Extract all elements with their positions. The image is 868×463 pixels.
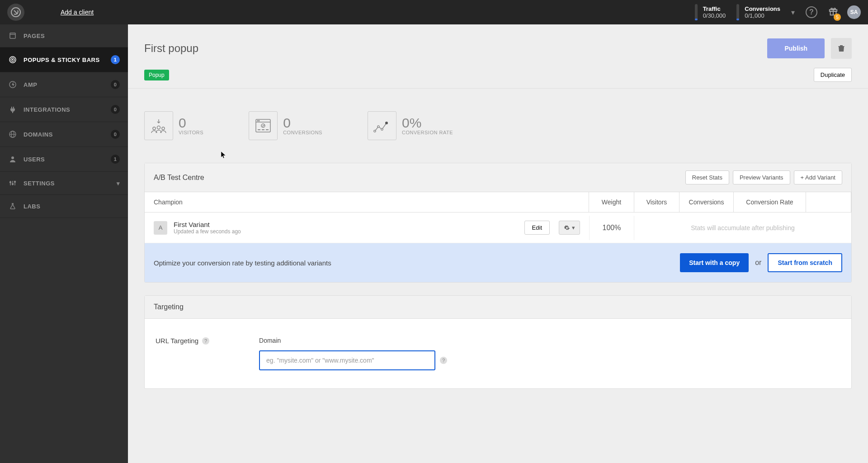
- stat-rate: 0% CONVERSION RATE: [368, 111, 453, 140]
- optimize-text: Optimize your conversion rate by testing…: [154, 259, 680, 267]
- ab-test-panel: A/B Test Centre Reset Stats Preview Vari…: [144, 163, 852, 283]
- publish-button[interactable]: Publish: [767, 38, 825, 58]
- help-icon[interactable]: ?: [440, 357, 447, 364]
- conversions-usage: Conversions 0/1,000: [736, 4, 780, 20]
- svg-point-32: [381, 128, 383, 130]
- gift-badge: 5: [834, 14, 841, 21]
- app-logo[interactable]: [7, 4, 24, 21]
- svg-point-17: [12, 184, 14, 185]
- rate-num: 0%: [402, 116, 453, 130]
- sidebar-badge-domains: 0: [111, 130, 120, 139]
- variant-meta: Updated a few seconds ago: [174, 228, 241, 235]
- traffic-label: Traffic: [703, 5, 726, 12]
- globe-icon: [8, 131, 17, 138]
- sidebar-label-integrations: INTEGRATIONS: [24, 106, 111, 113]
- col-visitors: Visitors: [634, 192, 679, 212]
- svg-point-20: [157, 126, 160, 129]
- bolt-icon: [8, 81, 17, 88]
- sidebar: PAGES POPUPS & STICKY BARS 1 AMP 0 INTEG…: [0, 24, 128, 463]
- variant-letter-badge: A: [154, 221, 167, 235]
- chevron-down-icon: ▾: [117, 180, 120, 187]
- svg-point-24: [257, 120, 258, 121]
- col-rate: Conversion Rate: [734, 192, 806, 212]
- stat-visitors: 0 VISITORS: [144, 111, 203, 140]
- help-icon[interactable]: ?: [202, 337, 209, 345]
- col-weight: Weight: [589, 192, 634, 212]
- plan-dropdown[interactable]: ▾: [791, 8, 795, 17]
- domain-label: Domain: [259, 337, 447, 344]
- targeting-panel: Targeting URL Targeting ? Domain ?: [144, 295, 852, 389]
- conversions-label: CONVERSIONS: [283, 130, 322, 135]
- sidebar-badge-integrations: 0: [111, 105, 120, 114]
- variant-weight: 100%: [589, 216, 634, 240]
- flask-icon: [8, 203, 17, 210]
- plug-icon: [8, 106, 17, 113]
- ab-title: A/B Test Centre: [154, 174, 682, 182]
- add-variant-button[interactable]: + Add Variant: [794, 170, 842, 184]
- user-icon: [8, 156, 17, 163]
- sliders-icon: [8, 180, 17, 187]
- sidebar-item-amp[interactable]: AMP 0: [0, 72, 128, 97]
- svg-point-18: [14, 181, 16, 183]
- sidebar-label-labs: LABS: [24, 203, 120, 210]
- preview-variants-button[interactable]: Preview Variants: [733, 170, 790, 184]
- svg-point-31: [377, 126, 379, 128]
- conversions-icon: [249, 111, 278, 140]
- svg-point-16: [10, 182, 11, 183]
- svg-rect-3: [10, 33, 15, 38]
- trash-icon: [837, 44, 845, 52]
- add-client-link[interactable]: Add a client: [61, 9, 94, 16]
- stats-pending-text: Stats will accumulate after publishing: [634, 216, 851, 240]
- sidebar-item-domains[interactable]: DOMAINS 0: [0, 122, 128, 147]
- user-avatar[interactable]: SA: [847, 5, 861, 19]
- sidebar-item-pages[interactable]: PAGES: [0, 24, 128, 47]
- variant-name: First Variant: [174, 221, 241, 228]
- col-champion: Champion: [145, 192, 589, 212]
- svg-point-21: [162, 127, 165, 130]
- help-icon[interactable]: ?: [806, 6, 817, 18]
- variant-settings-button[interactable]: ▾: [559, 221, 580, 235]
- sidebar-label-amp: AMP: [24, 81, 111, 88]
- edit-variant-button[interactable]: Edit: [524, 221, 550, 235]
- domain-input[interactable]: [259, 350, 435, 370]
- rate-icon: [368, 111, 396, 140]
- conversions-value: 0/1,000: [745, 12, 780, 19]
- reset-stats-button[interactable]: Reset Stats: [685, 170, 729, 184]
- traffic-value: 0/30,000: [703, 12, 726, 19]
- svg-point-12: [11, 156, 14, 159]
- svg-point-25: [259, 120, 259, 121]
- caret-down-icon: ▾: [572, 224, 575, 231]
- sidebar-item-users[interactable]: USERS 1: [0, 147, 128, 172]
- conversions-bar: [736, 4, 739, 20]
- sidebar-badge-users: 1: [111, 155, 120, 164]
- svg-point-33: [385, 122, 388, 124]
- traffic-usage: Traffic 0/30,000: [695, 4, 726, 20]
- start-copy-button[interactable]: Start with a copy: [680, 253, 749, 272]
- sidebar-item-popups[interactable]: POPUPS & STICKY BARS 1: [0, 47, 128, 72]
- duplicate-button[interactable]: Duplicate: [814, 68, 852, 82]
- gear-icon: [564, 225, 570, 231]
- stat-conversions: 0 CONVERSIONS: [249, 111, 322, 140]
- sidebar-badge-popups: 1: [111, 55, 120, 64]
- sidebar-item-settings[interactable]: SETTINGS ▾: [0, 172, 128, 195]
- sidebar-item-integrations[interactable]: INTEGRATIONS 0: [0, 97, 128, 122]
- visitors-icon: [144, 111, 173, 140]
- delete-button[interactable]: [831, 38, 852, 59]
- target-icon: [8, 56, 17, 64]
- svg-rect-27: [258, 129, 260, 130]
- or-text: or: [755, 259, 761, 267]
- sidebar-label-domains: DOMAINS: [24, 131, 111, 138]
- targeting-title: Targeting: [154, 303, 842, 311]
- visitors-num: 0: [179, 116, 203, 130]
- visitors-label: VISITORS: [179, 130, 203, 135]
- svg-point-7: [12, 59, 13, 60]
- sidebar-label-users: USERS: [24, 156, 111, 163]
- svg-point-19: [153, 127, 156, 130]
- sidebar-item-labs[interactable]: LABS: [0, 195, 128, 218]
- conversions-num: 0: [283, 116, 322, 130]
- col-conversions: Conversions: [679, 192, 734, 212]
- svg-rect-29: [266, 129, 269, 130]
- page-title: First popup: [144, 42, 767, 55]
- gift-button[interactable]: 5: [828, 6, 838, 18]
- start-scratch-button[interactable]: Start from scratch: [768, 253, 842, 272]
